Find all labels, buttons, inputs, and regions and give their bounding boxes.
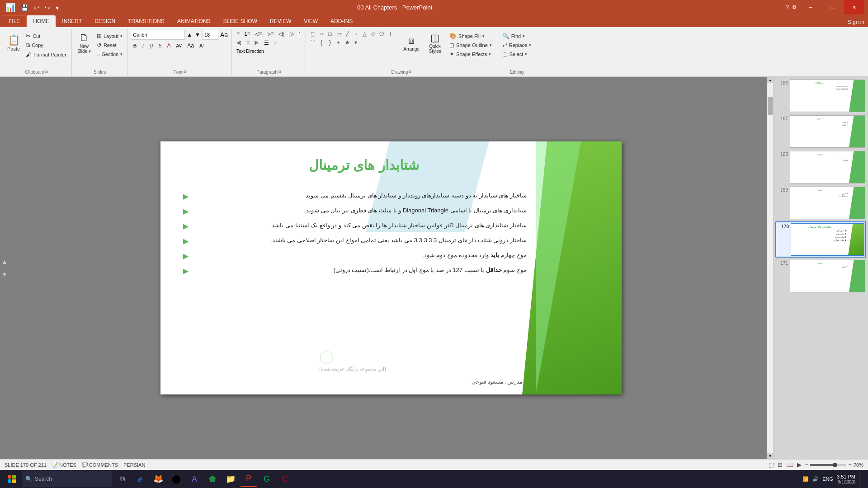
- font-family-input[interactable]: [131, 30, 185, 40]
- paste-button[interactable]: 📋 Paste: [5, 30, 23, 57]
- normal-view-button[interactable]: ⬚: [769, 461, 774, 468]
- char-spacing-button[interactable]: AV: [174, 42, 184, 49]
- thumb-170-img[interactable]: شتابدار های ترمینال ▶ متن اول ▶ متن دوم …: [791, 223, 864, 256]
- tab-review[interactable]: REVIEW: [264, 15, 297, 27]
- quick-styles-button[interactable]: ◫ QuickStyles: [424, 30, 446, 57]
- thumbnail-166[interactable]: 166 RULE 1 ──────── chart content: [775, 79, 866, 113]
- format-painter-button[interactable]: 🖌 Format Painter: [24, 50, 69, 59]
- taskbar-app2[interactable]: ⬟: [204, 471, 221, 487]
- shape-rect-icon[interactable]: □: [326, 30, 334, 38]
- replace-button[interactable]: ⇄ Replace ▾: [500, 41, 533, 49]
- align-right-button[interactable]: ⫸: [252, 39, 261, 47]
- slide-sorter-button[interactable]: ⊞: [778, 461, 783, 468]
- start-button[interactable]: [4, 471, 20, 487]
- restore-icon[interactable]: ⧉: [793, 4, 797, 10]
- slideshow-button[interactable]: ▶: [797, 461, 802, 468]
- scroll-up-btn[interactable]: ▲: [767, 77, 774, 83]
- save-icon[interactable]: 💾: [19, 3, 30, 12]
- shape-line-icon[interactable]: ╱: [343, 30, 351, 38]
- taskbar-firefox[interactable]: 🦊: [150, 471, 166, 487]
- clear-format-icon[interactable]: Aa: [219, 31, 229, 38]
- tab-design[interactable]: DESIGN: [88, 15, 122, 27]
- taskbar-language[interactable]: ENG: [822, 476, 833, 482]
- ltr-button[interactable]: |▷: [287, 30, 296, 38]
- tab-home[interactable]: HOME: [27, 15, 56, 27]
- taskbar-task-view[interactable]: ⧉: [114, 471, 130, 487]
- text-direction-button[interactable]: Text Direction: [235, 48, 266, 55]
- select-button[interactable]: ⬚ Select ▾: [500, 50, 533, 58]
- strikethrough-button[interactable]: S: [156, 41, 164, 51]
- shape-chevron-icon[interactable]: ⟩: [386, 30, 394, 38]
- thumbnail-169[interactable]: 169 عنوان • متن ─ chart ─: [775, 186, 866, 220]
- shape-more-icon[interactable]: ▾: [352, 38, 360, 47]
- thumbnail-167[interactable]: 167 عنوان • متن • متن: [775, 114, 866, 149]
- taskbar-app3[interactable]: G: [259, 471, 275, 487]
- help-icon[interactable]: ?: [786, 4, 789, 10]
- shape-tri-icon[interactable]: △: [360, 30, 368, 38]
- maximize-button[interactable]: □: [822, 0, 843, 14]
- taskbar-clock[interactable]: 3:51 PM 9/1/2020: [837, 474, 855, 484]
- tab-insert[interactable]: INSERT: [56, 15, 88, 27]
- section-button[interactable]: ≡ Section ▾: [94, 50, 125, 58]
- taskbar-network-icon[interactable]: 📶: [802, 476, 809, 482]
- sign-in-button[interactable]: Sign in: [848, 19, 864, 25]
- taskbar-search[interactable]: 🔍 Search: [22, 471, 112, 487]
- taskbar-show-desktop[interactable]: [859, 471, 861, 487]
- shape-plus-icon[interactable]: +: [335, 38, 343, 47]
- taskbar-sound-icon[interactable]: 🔊: [812, 476, 819, 482]
- minimize-button[interactable]: ─: [800, 0, 821, 14]
- copy-button[interactable]: ⧉ Copy: [24, 41, 69, 50]
- justify-button[interactable]: ☰: [262, 39, 271, 47]
- tab-transitions[interactable]: TRANSITIONS: [122, 15, 171, 27]
- align-center-button[interactable]: ≡: [245, 39, 251, 47]
- thumb-168-img[interactable]: عنوان ──────── chart: [790, 151, 865, 183]
- font-size-up-icon[interactable]: ▲: [186, 32, 193, 38]
- clipboard-expand-icon[interactable]: ⧉: [45, 70, 48, 75]
- slide-canvas[interactable]: شتابدار های ترمینال ساختار های شتابدار ب…: [160, 141, 622, 394]
- scroll-track[interactable]: [767, 83, 774, 453]
- layout-button[interactable]: ⊞ Layout ▾: [94, 32, 125, 40]
- undo-icon[interactable]: ↩: [32, 3, 41, 12]
- zoom-slider-thumb[interactable]: [833, 463, 837, 467]
- shape-oval-icon[interactable]: ○: [317, 30, 326, 38]
- close-button[interactable]: ✕: [844, 0, 864, 14]
- vertical-scrollbar[interactable]: ▲ ▼: [767, 77, 773, 459]
- bold-button[interactable]: B: [131, 41, 139, 51]
- tab-view[interactable]: VIEW: [297, 15, 324, 27]
- tab-addins[interactable]: ADD-INS: [324, 15, 359, 27]
- align-left-button[interactable]: ⫷: [235, 39, 244, 47]
- line-spacing-button[interactable]: ↕: [272, 39, 278, 47]
- redo-icon[interactable]: ↪: [43, 3, 52, 12]
- zoom-out-button[interactable]: −: [805, 461, 809, 468]
- shape-diamond-icon[interactable]: ◇: [369, 30, 377, 38]
- cut-button[interactable]: ✂ Cut: [24, 32, 69, 40]
- font-change-button[interactable]: A⁺: [197, 42, 208, 50]
- scroll-down-button[interactable]: ▼: [0, 269, 9, 280]
- new-slide-button[interactable]: 🗋 NewSlide ▾: [75, 30, 94, 57]
- notes-button[interactable]: 📝 NOTES: [52, 462, 76, 468]
- shape-star-icon[interactable]: ★: [343, 38, 351, 47]
- taskbar-powerpoint[interactable]: P: [241, 471, 257, 487]
- font-expand-icon[interactable]: ⧉: [184, 70, 186, 75]
- indent-less-button[interactable]: ◁≡: [253, 30, 264, 38]
- taskbar-chrome[interactable]: ⬤: [168, 471, 184, 487]
- scroll-down-btn[interactable]: ▼: [767, 453, 774, 459]
- shape-bracket-icon[interactable]: {: [317, 38, 326, 47]
- thumbnail-168[interactable]: 168 عنوان ──────── chart: [775, 150, 866, 184]
- shape-brace-icon[interactable]: }: [326, 38, 334, 47]
- thumb-166-img[interactable]: RULE 1 ──────── chart content: [790, 80, 865, 112]
- taskbar-explorer[interactable]: 📁: [222, 471, 239, 487]
- underline-button[interactable]: U: [147, 41, 156, 51]
- thumbnail-171[interactable]: 171 عنوان • متن: [775, 259, 866, 293]
- font-color-button[interactable]: A: [165, 42, 173, 50]
- comments-button[interactable]: 💬 COMMENTS: [82, 462, 118, 468]
- find-button[interactable]: 🔍 Find ▾: [500, 32, 533, 40]
- scroll-thumb[interactable]: [768, 97, 773, 115]
- zoom-in-button[interactable]: +: [848, 461, 852, 468]
- numbering-button[interactable]: 1≡: [242, 30, 252, 38]
- font-size-down-icon[interactable]: ▼: [194, 32, 201, 38]
- tab-file[interactable]: FILE: [2, 15, 27, 27]
- slide-canvas-area[interactable]: شتابدار های ترمینال ساختار های شتابدار ب…: [9, 77, 773, 459]
- taskbar-edge[interactable]: ℯ: [132, 471, 148, 487]
- customize-qat-icon[interactable]: ▾: [54, 3, 61, 12]
